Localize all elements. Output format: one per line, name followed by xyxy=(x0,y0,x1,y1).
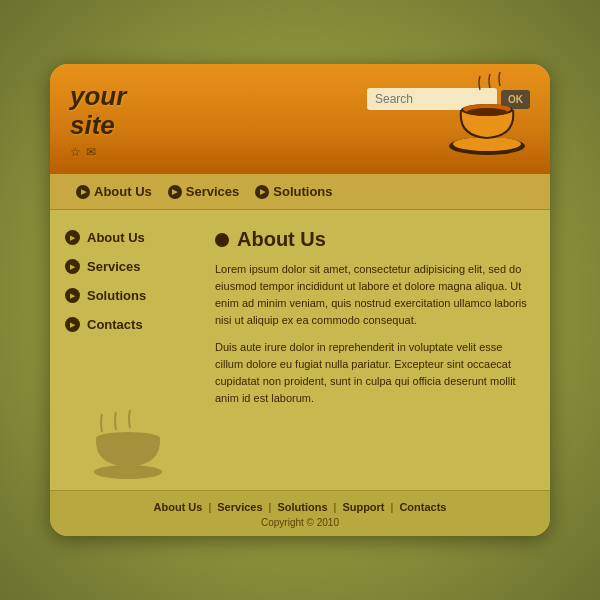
website-card: your site ☆ ✉ OK xyxy=(50,64,550,536)
main-content: About Us Services Solutions Contacts xyxy=(50,210,550,490)
content-title: About Us xyxy=(237,228,326,251)
content-heading: About Us xyxy=(215,228,532,251)
logo-line2: site xyxy=(70,110,115,140)
footer-sep-2: | xyxy=(269,501,272,513)
top-nav-item-solutions[interactable]: Solutions xyxy=(249,182,338,201)
nav-arrow-about xyxy=(76,185,90,199)
sidebar-label-about: About Us xyxy=(87,230,145,245)
sidebar-arrow-solutions xyxy=(65,288,80,303)
star-icon: ☆ xyxy=(70,145,81,159)
footer-copyright: Copyright © 2010 xyxy=(70,517,530,528)
footer-nav: About Us | Services | Solutions | Suppor… xyxy=(70,501,530,513)
content-paragraph1: Lorem ipsum dolor sit amet, consectetur … xyxy=(215,261,532,329)
top-nav-label-solutions: Solutions xyxy=(273,184,332,199)
footer-nav-contacts[interactable]: Contacts xyxy=(399,501,446,513)
logo-icons: ☆ ✉ xyxy=(70,145,126,159)
footer-sep-1: | xyxy=(208,501,211,513)
top-nav-item-about[interactable]: About Us xyxy=(70,182,158,201)
sidebar-coffee-watermark xyxy=(88,410,168,480)
mail-icon: ✉ xyxy=(86,145,96,159)
svg-point-4 xyxy=(467,108,507,116)
top-nav-item-services[interactable]: Services xyxy=(162,182,246,201)
logo-area: your site ☆ ✉ xyxy=(70,82,126,159)
sidebar-arrow-about xyxy=(65,230,80,245)
footer-nav-solutions[interactable]: Solutions xyxy=(277,501,327,513)
logo-line1: your xyxy=(70,81,126,111)
sidebar-label-solutions: Solutions xyxy=(87,288,146,303)
sidebar-item-about[interactable]: About Us xyxy=(65,230,190,245)
svg-point-6 xyxy=(94,465,162,479)
top-nav: About Us Services Solutions xyxy=(50,174,550,210)
header: your site ☆ ✉ OK xyxy=(50,64,550,174)
nav-arrow-services xyxy=(168,185,182,199)
footer-nav-support[interactable]: Support xyxy=(342,501,384,513)
footer-nav-services[interactable]: Services xyxy=(217,501,262,513)
content-area: About Us Lorem ipsum dolor sit amet, con… xyxy=(205,210,550,490)
nav-arrow-solutions xyxy=(255,185,269,199)
logo-text: your site xyxy=(70,82,126,139)
sidebar-item-services[interactable]: Services xyxy=(65,259,190,274)
sidebar-arrow-services xyxy=(65,259,80,274)
content-paragraph2: Duis aute irure dolor in reprehenderit i… xyxy=(215,339,532,407)
coffee-cup-image xyxy=(442,72,532,157)
footer-nav-about[interactable]: About Us xyxy=(154,501,203,513)
footer-sep-3: | xyxy=(334,501,337,513)
sidebar-item-contacts[interactable]: Contacts xyxy=(65,317,190,332)
sidebar-label-services: Services xyxy=(87,259,141,274)
top-nav-label-services: Services xyxy=(186,184,240,199)
svg-point-1 xyxy=(453,137,521,151)
content-dot xyxy=(215,233,229,247)
footer: About Us | Services | Solutions | Suppor… xyxy=(50,490,550,536)
svg-point-5 xyxy=(96,432,160,444)
sidebar-item-solutions[interactable]: Solutions xyxy=(65,288,190,303)
sidebar-arrow-contacts xyxy=(65,317,80,332)
sidebar-label-contacts: Contacts xyxy=(87,317,143,332)
top-nav-label-about: About Us xyxy=(94,184,152,199)
footer-sep-4: | xyxy=(391,501,394,513)
sidebar: About Us Services Solutions Contacts xyxy=(50,210,205,490)
